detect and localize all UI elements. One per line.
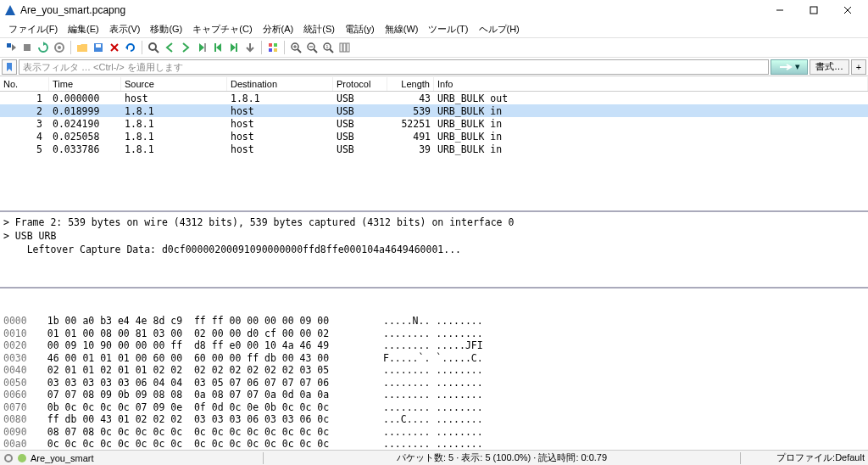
svg-point-11 <box>149 43 156 50</box>
status-profile[interactable]: プロファイル:Default <box>746 451 865 464</box>
display-filter-input[interactable] <box>19 59 769 75</box>
menu-view[interactable]: 表示(V) <box>104 21 146 37</box>
bookmark-filter-icon[interactable] <box>2 59 17 75</box>
close-button[interactable] <box>831 0 865 20</box>
go-last-icon[interactable] <box>226 40 242 55</box>
auto-scroll-icon[interactable] <box>242 40 258 55</box>
col-header-time[interactable]: Time <box>49 77 121 91</box>
svg-text:1: 1 <box>326 44 329 49</box>
table-row[interactable]: 10.000000host1.8.1USB43URB_BULK out <box>0 92 868 104</box>
svg-rect-14 <box>214 43 216 52</box>
close-file-icon[interactable] <box>107 40 122 55</box>
svg-rect-19 <box>274 48 277 52</box>
hex-row[interactable]: 0040 02 01 01 02 01 01 02 02 02 02 02 02… <box>3 364 865 377</box>
expression-button[interactable]: 書式… <box>810 59 849 75</box>
svg-rect-4 <box>24 44 31 51</box>
svg-point-6 <box>58 46 61 49</box>
status-file: Are_you_smart <box>31 453 94 463</box>
tree-item[interactable]: Leftover Capture Data: d0cf0000020009109… <box>3 243 865 256</box>
table-row[interactable]: 20.0189991.8.1hostUSB539URB_BULK in <box>0 104 868 117</box>
svg-line-26 <box>314 49 317 53</box>
save-file-icon[interactable] <box>91 40 106 55</box>
menu-file[interactable]: ファイル(F) <box>3 21 63 37</box>
titlebar: Are_you_smart.pcapng <box>0 0 868 20</box>
hex-row[interactable]: 0020 00 09 10 90 00 00 00 ff d8 ff e0 00… <box>3 339 865 352</box>
start-capture-icon[interactable] <box>3 40 19 55</box>
hex-row[interactable]: 0070 0b 0c 0c 0c 0c 07 09 0e 0f 0d 0c 0e… <box>3 401 865 414</box>
hex-row[interactable]: 0010 01 01 00 08 00 81 03 00 02 00 00 d0… <box>3 328 865 340</box>
hex-row[interactable]: 0080 ff db 00 43 01 02 02 02 03 03 03 06… <box>3 413 865 426</box>
stop-capture-icon[interactable] <box>19 40 35 55</box>
go-prev-icon[interactable] <box>162 40 177 55</box>
svg-point-33 <box>5 455 12 462</box>
menubar: ファイル(F) 編集(E) 表示(V) 移動(G) キャプチャ(C) 分析(A)… <box>0 20 868 37</box>
col-header-source[interactable]: Source <box>121 77 227 91</box>
svg-line-23 <box>298 49 301 53</box>
col-header-protocol[interactable]: Protocol <box>333 77 387 91</box>
hex-row[interactable]: 0000 1b 00 a0 b3 e4 4e 8d c9 ff ff 00 00… <box>3 315 865 328</box>
app-icon <box>3 3 17 17</box>
col-header-length[interactable]: Length <box>387 77 434 91</box>
packet-bytes-pane[interactable]: 0000 1b 00 a0 b3 e4 4e 8d c9 ff ff 00 00… <box>0 289 868 450</box>
maximize-button[interactable] <box>797 0 831 20</box>
colorize-icon[interactable] <box>265 40 281 55</box>
menu-edit[interactable]: 編集(E) <box>63 21 104 37</box>
menu-tools[interactable]: ツール(T) <box>423 21 473 37</box>
resize-columns-icon[interactable] <box>337 40 352 55</box>
find-packet-icon[interactable] <box>146 40 161 55</box>
menu-statistics[interactable]: 統計(S) <box>298 21 340 37</box>
zoom-in-icon[interactable] <box>288 40 303 55</box>
svg-rect-18 <box>269 48 272 52</box>
menu-telephony[interactable]: 電話(y) <box>340 21 380 37</box>
restart-capture-icon[interactable] <box>36 40 51 55</box>
zoom-reset-icon[interactable]: 1 <box>320 40 336 55</box>
go-next-icon[interactable] <box>178 40 193 55</box>
minimize-button[interactable] <box>763 0 797 20</box>
packet-list-header: No. Time Source Destination Protocol Len… <box>0 76 868 92</box>
svg-rect-15 <box>236 43 237 52</box>
hex-row[interactable]: 0090 08 07 08 0c 0c 0c 0c 0c 0c 0c 0c 0c… <box>3 426 865 439</box>
open-file-icon[interactable] <box>75 40 90 55</box>
go-first-icon[interactable] <box>210 40 225 55</box>
hex-row[interactable]: 0060 07 07 08 09 0b 09 08 08 0a 08 07 07… <box>3 389 865 401</box>
table-row[interactable]: 50.0337861.8.1hostUSB39URB_BULK in <box>0 143 868 155</box>
menu-go[interactable]: 移動(G) <box>145 21 187 37</box>
table-row[interactable]: 40.0250581.8.1hostUSB491URB_BULK in <box>0 130 868 143</box>
svg-rect-16 <box>269 43 272 47</box>
window-title: Are_you_smart.pcapng <box>20 4 763 16</box>
go-to-packet-icon[interactable] <box>194 40 209 55</box>
menu-wireless[interactable]: 無線(W) <box>380 21 424 37</box>
packet-list-pane: No. Time Source Destination Protocol Len… <box>0 76 868 212</box>
menu-help[interactable]: ヘルプ(H) <box>474 21 525 37</box>
tree-item[interactable]: > Frame 2: 539 bytes on wire (4312 bits)… <box>3 216 865 229</box>
svg-rect-32 <box>347 43 349 52</box>
col-header-no[interactable]: No. <box>0 77 49 91</box>
filter-apply-button[interactable]: ▾ <box>771 59 808 75</box>
reload-icon[interactable] <box>123 40 138 55</box>
hex-row[interactable]: 00a0 0c 0c 0c 0c 0c 0c 0c 0c 0c 0c 0c 0c… <box>3 438 865 450</box>
statusbar: Are_you_smart パケット数: 5 · 表示: 5 (100.0%) … <box>0 450 868 465</box>
add-filter-button[interactable]: + <box>851 59 866 75</box>
toolbar: 1 <box>0 37 868 58</box>
tree-item[interactable]: > USB URB <box>3 229 865 243</box>
col-header-info[interactable]: Info <box>434 77 868 91</box>
zoom-out-icon[interactable] <box>304 40 320 55</box>
capture-options-icon[interactable] <box>52 40 67 55</box>
svg-rect-17 <box>274 43 277 47</box>
expert-info-icon[interactable] <box>17 453 27 463</box>
svg-rect-31 <box>343 43 346 52</box>
hex-row[interactable]: 0050 03 03 03 03 03 06 04 04 03 05 07 06… <box>3 377 865 389</box>
filter-bar: ▾ 書式… + <box>0 58 868 76</box>
status-bullet-icon <box>3 453 14 463</box>
svg-rect-1 <box>810 7 817 14</box>
svg-rect-13 <box>204 43 206 52</box>
svg-rect-30 <box>340 43 342 52</box>
status-packets: パケット数: 5 · 表示: 5 (100.0%) · 読込時間: 0:0.79 <box>269 451 735 464</box>
hex-row[interactable]: 0030 46 00 01 01 01 00 60 00 60 00 00 ff… <box>3 352 865 365</box>
menu-analyze[interactable]: 分析(A) <box>258 21 299 37</box>
packet-details-pane[interactable]: > Frame 2: 539 bytes on wire (4312 bits)… <box>0 212 868 289</box>
table-row[interactable]: 30.0241901.8.1hostUSB52251URB_BULK in <box>0 117 868 130</box>
menu-capture[interactable]: キャプチャ(C) <box>187 21 257 37</box>
col-header-destination[interactable]: Destination <box>227 77 333 91</box>
svg-line-29 <box>330 49 333 53</box>
